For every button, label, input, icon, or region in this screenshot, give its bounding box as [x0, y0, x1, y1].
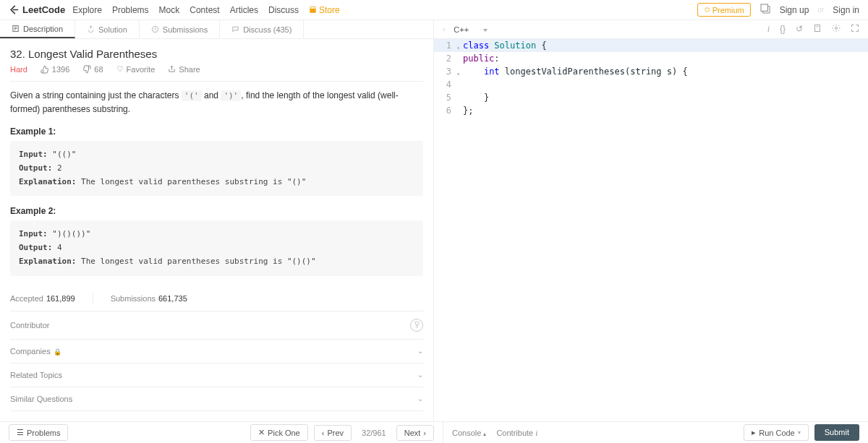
- play-icon: ▸: [752, 428, 756, 437]
- example2-block: Input: ")()())" Output: 4 Explanation: T…: [10, 220, 423, 275]
- footer-right: Console ▴ Contribute i ▸ Run Code ▾ Subm…: [443, 422, 859, 443]
- language-selector[interactable]: C++: [449, 24, 490, 35]
- dislike-button[interactable]: 68: [82, 65, 103, 74]
- notes-icon[interactable]: [813, 24, 822, 35]
- brackets-icon[interactable]: {}: [780, 24, 786, 35]
- tab-discuss[interactable]: Discuss (435): [220, 20, 304, 38]
- nav-discuss[interactable]: Discuss: [268, 5, 299, 15]
- nav-mock[interactable]: Mock: [159, 5, 180, 15]
- brand-text: LeetCode: [22, 4, 65, 15]
- chevron-left-icon[interactable]: ‹: [443, 25, 445, 33]
- nav-articles[interactable]: Articles: [230, 5, 258, 15]
- footer-left: ☰ Problems ✕ Pick One ‹ Prev 32/961 Next…: [9, 424, 443, 441]
- accepted-label: Accepted: [10, 294, 43, 303]
- premium-button[interactable]: ✩ Premium: [697, 3, 751, 17]
- chevron-down-icon: ⌄: [417, 395, 423, 403]
- like-button[interactable]: 1396: [41, 65, 69, 74]
- submissions-label: Submissions: [111, 294, 156, 303]
- undo-icon[interactable]: ↺: [796, 24, 803, 35]
- problem-description: Given a string containing just the chara…: [10, 89, 423, 116]
- contribute-link[interactable]: Contribute i: [496, 429, 537, 437]
- problem-meta: Hard 1396 68 ♡ Favorite Share: [10, 64, 423, 82]
- chevron-left-icon: ‹: [322, 429, 325, 437]
- problem-tabs: Description Solution Submissions Discuss…: [0, 20, 434, 38]
- playground-icon[interactable]: [760, 3, 771, 17]
- similar-questions-row[interactable]: Similar Questions ⌄: [10, 387, 423, 411]
- stats-row: Accepted161,899 Submissions661,735: [10, 286, 423, 311]
- footer-bar: ☰ Problems ✕ Pick One ‹ Prev 32/961 Next…: [0, 421, 868, 443]
- lock-icon: 🔒: [54, 348, 61, 356]
- run-code-button[interactable]: ▸ Run Code ▾: [744, 424, 809, 441]
- nav-right: ✩ Premium Sign up or Sign in: [697, 3, 859, 17]
- signin-link[interactable]: Sign in: [833, 5, 859, 15]
- footer-nav: ✕ Pick One ‹ Prev 32/961 Next ›: [250, 424, 434, 441]
- nav-problems[interactable]: Problems: [112, 5, 149, 15]
- heart-icon: ♡: [116, 64, 124, 74]
- svg-rect-7: [815, 25, 820, 32]
- chevron-right-icon: ›: [423, 429, 426, 437]
- list-icon: ☰: [17, 428, 24, 437]
- example1-block: Input: "(()" Output: 2 Explanation: The …: [10, 141, 423, 196]
- nav-explore[interactable]: Explore: [72, 5, 102, 15]
- info-icon[interactable]: i: [767, 24, 770, 35]
- next-button[interactable]: Next ›: [396, 425, 434, 441]
- chevron-down-icon: ▾: [798, 429, 801, 436]
- contributor-icon: [410, 319, 423, 332]
- accepted-count: 161,899: [46, 294, 75, 303]
- console-toggle[interactable]: Console ▴: [452, 429, 486, 437]
- editor-icons: i {} ↺: [767, 24, 868, 35]
- svg-point-9: [835, 27, 838, 30]
- code-char1: '(': [182, 90, 202, 101]
- signup-link[interactable]: Sign up: [780, 5, 809, 15]
- divider: [93, 293, 93, 304]
- settings-icon[interactable]: [832, 24, 841, 35]
- example2-label: Example 2:: [10, 206, 423, 216]
- problem-title: 32. Longest Valid Parentheses: [10, 48, 423, 60]
- chevron-down-icon: ⌄: [417, 347, 423, 355]
- code-char2: ')': [221, 90, 241, 101]
- separator: or: [817, 6, 824, 14]
- svg-rect-1: [761, 4, 767, 11]
- share-button[interactable]: Share: [168, 65, 200, 74]
- contributor-row[interactable]: Contributor: [10, 311, 423, 340]
- example1-label: Example 1:: [10, 126, 423, 137]
- prev-button[interactable]: ‹ Prev: [314, 425, 352, 441]
- logo[interactable]: LeetCode: [9, 4, 65, 15]
- tab-description[interactable]: Description: [0, 20, 75, 38]
- nav-links: Explore Problems Mock Contest Articles D…: [72, 5, 339, 15]
- problem-pane: 32. Longest Valid Parentheses Hard 1396 …: [0, 39, 434, 421]
- main-content: 32. Longest Valid Parentheses Hard 1396 …: [0, 39, 868, 421]
- pick-one-button[interactable]: ✕ Pick One: [250, 424, 308, 441]
- tab-bar: Description Solution Submissions Discuss…: [0, 20, 868, 39]
- submissions-count: 661,735: [158, 294, 187, 303]
- shuffle-icon: ✕: [258, 428, 265, 437]
- page-indicator: 32/961: [357, 429, 391, 437]
- difficulty-badge: Hard: [10, 65, 27, 74]
- code-editor-pane[interactable]: 1▾class Solution { 2public: 3▾ int longe…: [434, 39, 868, 421]
- code-editor[interactable]: 1▾class Solution { 2public: 3▾ int longe…: [434, 39, 868, 117]
- tab-solution[interactable]: Solution: [75, 20, 140, 38]
- editor-toolbar: ‹ C++ i {} ↺: [434, 24, 868, 35]
- related-topics-row[interactable]: Related Topics ⌄: [10, 364, 423, 387]
- svg-rect-0: [310, 9, 315, 13]
- tab-submissions[interactable]: Submissions: [140, 20, 220, 38]
- favorite-button[interactable]: ♡ Favorite: [116, 64, 156, 74]
- star-icon: ✩: [704, 5, 710, 14]
- companies-row[interactable]: Companies🔒 ⌄: [10, 340, 423, 364]
- fullscreen-icon[interactable]: [851, 24, 859, 35]
- nav-store[interactable]: Store: [309, 5, 340, 15]
- chevron-down-icon: ⌄: [417, 371, 423, 379]
- top-navbar: LeetCode Explore Problems Mock Contest A…: [0, 0, 868, 20]
- submit-button[interactable]: Submit: [814, 424, 859, 441]
- nav-contest[interactable]: Contest: [190, 5, 219, 15]
- problems-button[interactable]: ☰ Problems: [9, 424, 68, 441]
